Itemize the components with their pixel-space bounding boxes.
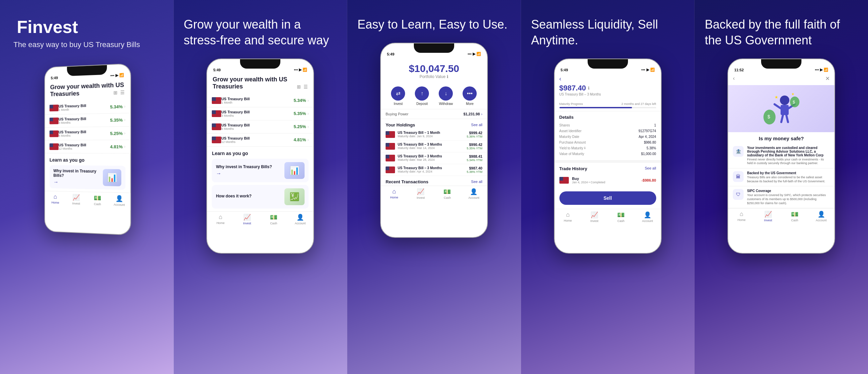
invest-icon: 📈: [72, 194, 80, 201]
treasury-item[interactable]: US Treasury Bill 12 Months 4.81% ›: [207, 134, 313, 147]
treasury-item[interactable]: US Treasury Bill 3 Months 5.35% ›: [207, 107, 313, 120]
phone-notch: [761, 59, 801, 68]
portfolio-amount: $10,047.50: [386, 63, 482, 74]
why-illustration: 📊: [284, 162, 305, 179]
panel-liquidity: Seamless Liquidity, Sell Anytime. 5:49 ▪…: [521, 0, 694, 374]
bottom-nav-1: ⌂ Home 📈 Invest 💵 Cash 👤 Account: [45, 191, 130, 210]
phone-screen-2: Grow your wealth with US Treasuries ⊞ ☰ …: [207, 72, 313, 253]
treasury-item[interactable]: US Treasury Bill 3 Months 5.35% ›: [45, 113, 130, 128]
nav-home-5[interactable]: ⌂ Home: [728, 210, 755, 222]
withdraw-action-btn[interactable]: ↓ Withdraw: [439, 86, 453, 106]
detail-row-value-maturity: Value of Maturity $1,000.00: [559, 151, 656, 157]
recent-see-all[interactable]: See all: [471, 180, 483, 184]
why-invest-card[interactable]: Why invest in Treasury Bills? → 📊: [50, 165, 125, 190]
detail-amount: $987.40: [559, 84, 586, 92]
more-action-btn[interactable]: ••• More: [463, 86, 477, 106]
nav-account-2[interactable]: 👤 Account: [287, 213, 313, 225]
treasury-item[interactable]: US Treasury Bill 1 Month 5.34% ›: [45, 100, 130, 115]
learn-section: Learn as you go Why invest in Treasury B…: [45, 153, 130, 193]
nav-account[interactable]: 👤 Account: [108, 194, 130, 206]
nav-home-4[interactable]: ⌂ Home: [555, 211, 581, 223]
safety-item-bank: 🏦 Your investments are custodied and cle…: [728, 143, 834, 169]
safety-title: Is my money safe?: [728, 132, 834, 143]
detail-row-maturity-date: Maturity Date Apr 4, 2024: [559, 134, 656, 140]
nav-cash[interactable]: 💵 Cash: [87, 194, 108, 206]
svg-text:$: $: [768, 114, 770, 119]
sell-button[interactable]: Sell: [559, 191, 656, 205]
detail-row-asset-id: Asset Identifier 912797G74: [559, 128, 656, 134]
nav-account-4[interactable]: 👤 Account: [634, 211, 661, 223]
nav-invest-4[interactable]: 📈 Invest: [581, 211, 608, 223]
recent-transactions-header: Recent Transactions See all: [381, 176, 487, 186]
flag-icon: [385, 131, 395, 138]
bank-icon-box: 🏦: [733, 146, 744, 157]
holdings-see-all[interactable]: See all: [471, 123, 483, 127]
list-icon: ☰: [304, 84, 308, 89]
screen-header-2: Grow your wealth with US Treasuries ⊞ ☰: [207, 72, 313, 94]
nav-cash-3[interactable]: 💵 Cash: [434, 188, 461, 199]
nav-home-3[interactable]: ⌂ Home: [381, 188, 407, 199]
maturity-bar-fill: [559, 107, 632, 108]
bottom-nav-5: ⌂ Home 📈 Invest 💵 Cash 👤 Account: [728, 208, 834, 225]
maturity-section: Maturity Progress 2 months and 27 days l…: [555, 99, 661, 111]
nav-home-2[interactable]: ⌂ Home: [207, 213, 234, 225]
flag-icon: [559, 177, 569, 184]
sipc-item-text: Your account is covered by SIPC, which p…: [747, 193, 830, 205]
nav-home[interactable]: ⌂ Home: [45, 193, 66, 205]
treasury-item[interactable]: US Treasury Bill 6 Months 5.25% ›: [45, 126, 130, 140]
safety-back-icon[interactable]: ‹: [733, 75, 735, 81]
header-icons: ⊞ ☰: [113, 90, 125, 95]
nav-cash-2[interactable]: 💵 Cash: [260, 213, 287, 225]
learn-section-2: Learn as you go Why invest in Treasury B…: [207, 147, 313, 211]
holding-item[interactable]: US Treasury Bill – 3 Months Maturity dat…: [381, 152, 487, 164]
holding-item[interactable]: US Treasury Bill – 1 Month Maturity date…: [381, 129, 487, 141]
buying-power-row[interactable]: Buying Power $1,231.98 ›: [381, 109, 487, 119]
phone-screen-4: ‹ $987.40 ℹ US Treasury Bill – 3 Months …: [555, 72, 661, 253]
panel-5-heading: Backed by the full faith of the US Gover…: [705, 17, 858, 49]
phone-mockup-4: 5:49 ▪▪▪ ▶ 📶 ‹ $987.40 ℹ US Treasury Bil…: [554, 59, 661, 254]
detail-subtitle: US Treasury Bill – 3 Months: [559, 92, 656, 96]
flag-icon: [385, 143, 395, 150]
nav-invest[interactable]: 📈 Invest: [66, 194, 87, 205]
trade-item[interactable]: Buy Jan 4, 2024 • Completed -$986.80: [559, 177, 656, 184]
holding-item[interactable]: US Treasury Bill – 3 Months Maturity dat…: [381, 141, 487, 152]
learn-arrow-icon: →: [54, 179, 103, 186]
account-icon: 👤: [644, 211, 651, 219]
nav-cash-5[interactable]: 💵 Cash: [781, 210, 808, 222]
gov-icon-box: 🏛: [733, 171, 744, 182]
invest-action-btn[interactable]: ⇄ Invest: [391, 86, 405, 106]
trade-see-all[interactable]: See all: [645, 166, 656, 174]
invest-icon: 📈: [243, 213, 251, 221]
why-invest-card-2[interactable]: Why invest in Treasury Bills? → 📊: [212, 159, 309, 182]
treasury-item[interactable]: US Treasury Bill 12 Months 4.81% ›: [45, 140, 130, 153]
phone-mockup-5: 11:52 ▪▪▪ ▶ 📶 ‹ ✕ $: [727, 59, 835, 254]
details-section: Details Shares 1 Asset Identifier 912797…: [555, 111, 661, 160]
how-card[interactable]: How does it work? 💹: [212, 185, 309, 208]
bank-item-text: Finvest never directly holds your cash o…: [747, 158, 830, 166]
treasury-item[interactable]: US Treasury Bill 1 Month 5.34% ›: [207, 94, 313, 107]
home-icon: ⌂: [218, 213, 222, 221]
trade-title-row: Trade History See all: [559, 166, 656, 174]
holding-item[interactable]: US Treasury Bill – 3 Months Maturity dat…: [381, 164, 487, 176]
svg-rect-3: [781, 105, 789, 115]
learn-title-2: Learn as you go: [212, 151, 309, 156]
treasury-info: US Treasury Bill 3 Months: [59, 116, 110, 124]
nav-account-3[interactable]: 👤 Account: [461, 188, 487, 199]
safety-close-icon[interactable]: ✕: [825, 75, 830, 82]
svg-text:$: $: [793, 100, 795, 105]
nav-invest-2[interactable]: 📈 Invest: [234, 213, 260, 225]
treasury-item[interactable]: US Treasury Bill 6 Months 5.25% ›: [207, 120, 313, 134]
deposit-action-btn[interactable]: ↑ Deposit: [415, 86, 429, 106]
treasury-info: US Treasury Bill 6 Months: [59, 130, 110, 137]
more-btn-circle: •••: [463, 86, 477, 100]
back-button[interactable]: ‹: [559, 75, 656, 82]
treasury-list-2: US Treasury Bill 1 Month 5.34% › US Trea…: [207, 94, 313, 147]
nav-cash-4[interactable]: 💵 Cash: [608, 211, 634, 223]
nav-invest-5[interactable]: 📈 Invest: [755, 210, 781, 222]
home-icon: ⌂: [392, 188, 396, 195]
trade-history-title: Trade History: [559, 166, 587, 171]
account-icon: 👤: [115, 195, 123, 202]
nav-account-5[interactable]: 👤 Account: [808, 210, 834, 222]
nav-invest-3[interactable]: 📈 Invest: [407, 188, 434, 199]
safety-svg: $ $ ★ ★: [761, 90, 801, 127]
